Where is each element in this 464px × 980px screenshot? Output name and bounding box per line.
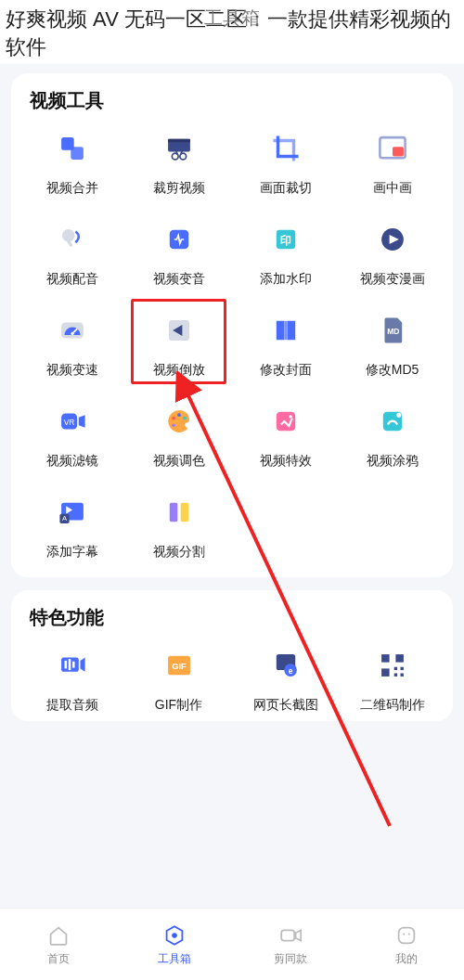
tool-label: 提取音频 <box>46 697 98 714</box>
video-tools-grid: 视频合并 裁剪视频 画面裁切 画中画 视频配音 <box>20 126 444 561</box>
md5-icon: MD <box>370 308 415 353</box>
tool-to-comic[interactable]: 视频变漫画 <box>341 217 444 288</box>
tool-merge-video[interactable]: 视频合并 <box>20 126 123 197</box>
tool-label: 添加水印 <box>260 271 312 288</box>
tab-clip-same[interactable]: 剪同款 <box>232 909 348 980</box>
tool-make-gif[interactable]: GIF GIF制作 <box>127 643 230 714</box>
svg-text:e: e <box>288 666 292 676</box>
svg-marker-26 <box>78 416 84 429</box>
subtitle-icon: A <box>50 490 95 535</box>
video-tools-title: 视频工具 <box>30 88 438 113</box>
tab-label: 剪同款 <box>274 951 307 967</box>
special-panel: 特色功能 提取音频 GIF GIF制作 e 网页长截图 二维码制作 <box>11 590 453 721</box>
svg-point-29 <box>183 417 187 420</box>
tool-video-doodle[interactable]: 视频涂鸦 <box>341 399 444 470</box>
tool-split-video[interactable]: 视频分割 <box>127 490 230 561</box>
tool-long-screenshot[interactable]: e 网页长截图 <box>234 643 337 714</box>
svg-text:MD: MD <box>387 328 399 337</box>
split-icon <box>157 490 201 535</box>
tool-add-watermark[interactable]: 印 添加水印 <box>234 217 337 288</box>
tab-label: 我的 <box>395 951 418 967</box>
change-voice-icon <box>157 217 201 262</box>
tool-dub-video[interactable]: 视频配音 <box>20 217 123 288</box>
svg-rect-55 <box>393 674 396 677</box>
tool-label: 画面裁切 <box>260 180 312 197</box>
svg-rect-9 <box>393 148 404 157</box>
svg-point-61 <box>403 933 405 935</box>
special-title: 特色功能 <box>30 605 438 630</box>
svg-rect-1 <box>71 148 84 161</box>
tool-label: 裁剪视频 <box>153 180 205 197</box>
tool-make-qrcode[interactable]: 二维码制作 <box>341 643 444 714</box>
svg-point-27 <box>172 417 175 420</box>
speed-icon <box>50 308 95 353</box>
qrcode-icon <box>370 643 415 688</box>
tool-trim-video[interactable]: 裁剪视频 <box>127 126 230 197</box>
tool-video-fx[interactable]: 视频特效 <box>234 399 337 470</box>
svg-point-28 <box>177 414 181 418</box>
merge-video-icon <box>50 126 95 171</box>
tool-reverse-video[interactable]: 视频倒放 <box>127 308 230 379</box>
tab-home[interactable]: 首页 <box>0 909 116 980</box>
tool-label: 视频配音 <box>46 271 98 288</box>
svg-rect-39 <box>169 503 177 522</box>
svg-point-32 <box>289 416 291 419</box>
tool-label: 视频倒放 <box>153 362 205 379</box>
svg-rect-44 <box>72 662 75 668</box>
svg-rect-59 <box>281 930 294 940</box>
tool-label: 修改封面 <box>260 362 312 379</box>
trim-video-icon <box>157 126 201 171</box>
comic-icon <box>370 217 415 262</box>
tool-add-subtitle[interactable]: A 添加字幕 <box>20 490 123 561</box>
video-tools-panel: 视频工具 视频合并 裁剪视频 画面裁切 画中画 <box>11 73 453 577</box>
cover-icon <box>264 308 308 353</box>
tool-change-speed[interactable]: 视频变速 <box>20 308 123 379</box>
svg-text:GIF: GIF <box>172 663 187 672</box>
doodle-icon <box>370 399 415 444</box>
tool-label: 视频变漫画 <box>360 271 425 288</box>
svg-rect-53 <box>393 667 396 670</box>
special-grid: 提取音频 GIF GIF制作 e 网页长截图 二维码制作 <box>20 643 444 714</box>
svg-rect-54 <box>400 667 403 670</box>
filter-icon: VR <box>50 399 95 444</box>
svg-text:A: A <box>61 515 67 523</box>
svg-rect-40 <box>180 503 188 522</box>
tool-video-filter[interactable]: VR 视频滤镜 <box>20 399 123 470</box>
tool-label: 添加字幕 <box>46 544 98 561</box>
tab-label: 首页 <box>47 951 70 967</box>
tab-mine[interactable]: 我的 <box>348 909 464 980</box>
pip-icon <box>370 126 415 171</box>
camera-icon <box>277 922 303 948</box>
tool-label: GIF制作 <box>155 697 202 714</box>
tab-label: 工具箱 <box>158 951 191 967</box>
tab-toolbox[interactable]: 工具箱 <box>116 909 232 980</box>
tool-label: 画中画 <box>373 180 412 197</box>
gif-icon: GIF <box>157 643 201 688</box>
tool-label: 视频变音 <box>153 271 205 288</box>
svg-rect-56 <box>400 674 403 677</box>
tool-change-cover[interactable]: 修改封面 <box>234 308 337 379</box>
tool-extract-audio[interactable]: 提取音频 <box>20 643 123 714</box>
dub-video-icon <box>50 217 95 262</box>
svg-point-34 <box>396 413 401 418</box>
tool-change-md5[interactable]: MD 修改MD5 <box>341 308 444 379</box>
tool-label: 视频滤镜 <box>46 453 98 470</box>
svg-rect-22 <box>284 321 287 340</box>
svg-text:VR: VR <box>63 419 74 428</box>
long-screenshot-icon: e <box>264 643 308 688</box>
tool-color-adjust[interactable]: 视频调色 <box>127 399 230 470</box>
tool-crop-frame[interactable]: 画面裁切 <box>234 126 337 197</box>
svg-point-58 <box>172 933 177 938</box>
tool-pip[interactable]: 画中画 <box>341 126 444 197</box>
tool-change-voice[interactable]: 视频变音 <box>127 217 230 288</box>
svg-text:印: 印 <box>280 234 291 247</box>
color-icon <box>157 399 201 444</box>
svg-rect-51 <box>395 654 404 663</box>
svg-rect-42 <box>64 661 67 669</box>
reverse-icon <box>157 308 201 353</box>
svg-rect-60 <box>398 927 414 943</box>
tool-label: 二维码制作 <box>360 697 425 714</box>
svg-rect-50 <box>381 654 390 663</box>
svg-point-30 <box>172 424 175 428</box>
home-icon <box>45 922 71 948</box>
